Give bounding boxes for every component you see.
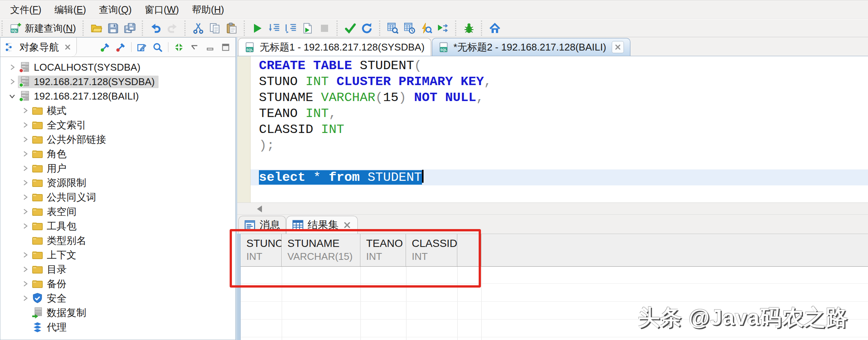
menu-help[interactable]: 帮助(H) [186,2,231,17]
tree-item-tablespaces[interactable]: 表空间 [0,204,235,219]
tree-item-contexts[interactable]: 上下文 [0,248,235,262]
code-line [251,153,868,169]
chevron-collapsed-icon[interactable] [6,77,18,86]
sql-editor[interactable]: CREATE TABLE STUDENT(STUNO INT CLUSTER P… [237,56,868,202]
chevron-collapsed-icon[interactable] [19,207,31,216]
menu-file[interactable]: 文件(F) [4,2,48,17]
column-header-stuname[interactable]: STUNAMEVARCHAR(15) [282,234,360,266]
bottom-tab-messages[interactable]: 消息 [238,216,286,234]
home-button[interactable] [487,21,503,36]
chevron-collapsed-icon[interactable] [19,150,31,158]
chevron-collapsed-icon[interactable] [19,193,31,201]
chevron-collapsed-icon[interactable] [19,106,31,115]
chevron-collapsed-icon[interactable] [19,222,31,230]
new-query-button[interactable]: SQL [7,21,24,36]
edit-button[interactable] [137,42,147,52]
tree-item-schemas[interactable]: 模式 [0,103,235,118]
chevron-collapsed-icon[interactable] [19,251,31,259]
separator [168,42,168,52]
tree-item-localhost-sysdba[interactable]: LOCALHOST(SYSDBA) [0,60,235,74]
maximize-button[interactable] [221,42,231,52]
menu-query[interactable]: 查询(Q) [92,2,138,17]
editor-horizontal-scrollbar[interactable] [237,202,868,215]
rollback-button[interactable] [359,21,376,36]
connect-button[interactable] [100,42,110,52]
editor-tab-untitled1[interactable]: SQL无标题1 - 192.168.217.128(SYSDBA) [238,38,431,56]
quick-explain-button[interactable] [418,21,435,36]
tree-item-directories[interactable]: 目录 [0,262,235,277]
separator [131,42,132,52]
chevron-expanded-icon[interactable] [6,92,18,100]
column-header-teano[interactable]: TEANOINT [360,234,406,266]
bottom-panel-tab-bar: 消息结果集 [237,215,868,234]
paste-button[interactable] [224,21,240,36]
view-menu-button[interactable] [189,42,200,52]
code-line-selected: select * from STUDENT [251,169,868,185]
folder-icon [32,134,43,145]
menu-window[interactable]: 窗口(W) [138,2,185,17]
execute-next-statement-button[interactable] [283,21,300,36]
commit-button[interactable] [342,21,359,36]
play-icon [252,22,263,34]
tree-item-content: 数据复制 [31,306,90,320]
close-icon[interactable] [342,220,352,230]
tree-item-data-replication[interactable]: 数据复制 [0,305,235,320]
folder-icon [32,278,43,290]
tree-item-roles[interactable]: 角色 [0,147,235,161]
menu-edit[interactable]: 编辑(E) [48,2,92,17]
column-header-classid[interactable]: CLASSIDINT [406,234,457,266]
chevron-collapsed-icon[interactable] [19,280,31,288]
column-header-stuno[interactable]: STUNOINT [241,234,282,266]
execute-button[interactable] [249,21,266,36]
chevron-collapsed-icon[interactable] [19,294,31,302]
tree-item-fulltext-indexes[interactable]: 全文索引 [0,118,235,132]
redo-button[interactable] [164,21,181,36]
close-icon[interactable] [63,42,73,52]
tree-item-resource-limits[interactable]: 资源限制 [0,176,235,190]
continue-execute-button[interactable] [435,21,452,36]
tree-item-backups[interactable]: 备份 [0,277,235,291]
tree-item-users[interactable]: 用户 [0,161,235,176]
tree-item-public-synonyms[interactable]: 公共同义词 [0,190,235,204]
copy-button[interactable] [207,21,224,36]
save-as-button[interactable] [122,21,138,36]
folder-open-icon [90,22,102,34]
search-button[interactable] [152,42,163,52]
editor-tab-untitled2[interactable]: SQL*无标题2 - 192.168.217.128(BAILI) [432,38,631,56]
stop-button[interactable] [316,21,333,36]
disconnect-button[interactable] [116,42,126,52]
close-icon[interactable] [612,41,624,53]
tree-item-security[interactable]: 安全 [0,291,235,305]
tree-item-agent[interactable]: 代理 [0,320,235,334]
minimize-button[interactable] [205,42,215,52]
chevron-collapsed-icon[interactable] [19,121,31,129]
chevron-collapsed-icon[interactable] [6,63,18,71]
cut-button[interactable] [190,21,207,36]
chevron-collapsed-icon[interactable] [19,164,31,172]
tab-object-navigator[interactable]: 对象导航 [0,38,77,57]
column-name: TEANO [366,237,406,250]
execute-script-button[interactable] [300,21,316,36]
chevron-collapsed-icon[interactable] [19,135,31,144]
collapse-all-button[interactable] [174,42,184,52]
main-toolbar: SQL新建查询(N) [0,19,868,37]
open-button[interactable] [88,21,105,36]
tree-item-192-168-217-128-baili[interactable]: 192.168.217.128(BAILI) [0,89,235,103]
chevron-collapsed-icon[interactable] [19,265,31,274]
scroll-left-icon[interactable] [257,206,262,212]
execute-current-statement-button[interactable] [266,21,283,36]
tree-item-content: 192.168.217.128(SYSDBA) [18,76,159,88]
query-plan-button[interactable] [385,21,401,36]
sql-code[interactable]: CREATE TABLE STUDENT(STUNO INT CLUSTER P… [251,56,868,202]
folder-icon [32,119,43,131]
bottom-tab-result-set[interactable]: 结果集 [286,216,358,234]
chevron-collapsed-icon[interactable] [19,179,31,187]
plan-schedule-button[interactable] [401,21,418,36]
tree-item-public-db-links[interactable]: 公共外部链接 [0,132,235,147]
undo-button[interactable] [148,21,164,36]
debug-button[interactable] [461,21,478,36]
tree-item-type-aliases[interactable]: 类型别名 [0,233,235,248]
save-button[interactable] [105,21,122,36]
tree-item-192-168-217-128-sysdba[interactable]: 192.168.217.128(SYSDBA) [0,74,235,89]
tree-item-packages[interactable]: 工具包 [0,219,235,233]
